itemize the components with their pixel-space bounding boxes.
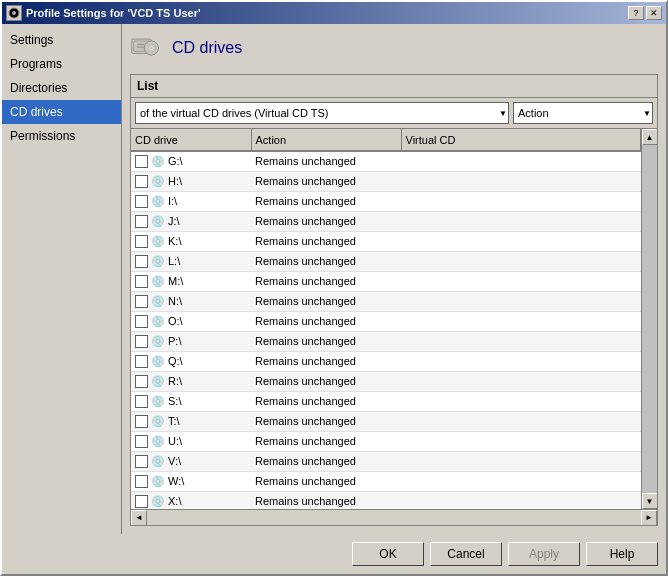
table-scroll-area[interactable]: CD drive Action Virtual CD 💿G:\Remains u… [131, 129, 641, 509]
apply-button[interactable]: Apply [508, 542, 580, 566]
table-row[interactable]: 💿M:\Remains unchanged [131, 271, 641, 291]
cell-cd-drive: 💿S:\ [131, 391, 251, 411]
sidebar-item-permissions[interactable]: Permissions [2, 124, 121, 148]
window-body: Settings Programs Directories CD drives … [2, 24, 666, 534]
drive-icon: 💿 [151, 395, 165, 408]
row-checkbox[interactable] [135, 355, 148, 368]
drive-icon: 💿 [151, 275, 165, 288]
table-row[interactable]: 💿L:\Remains unchanged [131, 251, 641, 271]
window-icon [6, 5, 22, 21]
sidebar-item-settings[interactable]: Settings [2, 28, 121, 52]
table-row[interactable]: 💿W:\Remains unchanged [131, 471, 641, 491]
cell-action: Remains unchanged [251, 371, 401, 391]
filter-dropdown[interactable]: of the virtual CD drives (Virtual CD TS) [135, 102, 509, 124]
row-checkbox[interactable] [135, 155, 148, 168]
cell-action: Remains unchanged [251, 451, 401, 471]
cell-virtual-cd [401, 211, 641, 231]
row-checkbox[interactable] [135, 315, 148, 328]
cell-cd-drive: 💿I:\ [131, 191, 251, 211]
sidebar-item-programs[interactable]: Programs [2, 52, 121, 76]
drive-icon: 💿 [151, 315, 165, 328]
action-dropdown[interactable]: Action [513, 102, 653, 124]
table-row[interactable]: 💿O:\Remains unchanged [131, 311, 641, 331]
cell-action: Remains unchanged [251, 191, 401, 211]
cell-cd-drive: 💿J:\ [131, 211, 251, 231]
row-checkbox[interactable] [135, 335, 148, 348]
row-checkbox[interactable] [135, 495, 148, 508]
cell-virtual-cd [401, 471, 641, 491]
scroll-up-button[interactable]: ▲ [642, 129, 658, 145]
row-checkbox[interactable] [135, 235, 148, 248]
row-checkbox[interactable] [135, 435, 148, 448]
row-checkbox[interactable] [135, 415, 148, 428]
cell-virtual-cd [401, 191, 641, 211]
scroll-right-button[interactable]: ► [641, 510, 657, 526]
row-checkbox[interactable] [135, 395, 148, 408]
cell-cd-drive: 💿L:\ [131, 251, 251, 271]
row-checkbox[interactable] [135, 475, 148, 488]
table-row[interactable]: 💿U:\Remains unchanged [131, 431, 641, 451]
main-content: CD drives List of the virtual CD drives … [122, 24, 666, 534]
table-row[interactable]: 💿I:\Remains unchanged [131, 191, 641, 211]
cell-virtual-cd [401, 351, 641, 371]
table-row[interactable]: 💿S:\Remains unchanged [131, 391, 641, 411]
help-title-button[interactable]: ? [628, 6, 644, 20]
drive-table: CD drive Action Virtual CD 💿G:\Remains u… [131, 129, 641, 509]
window-title: Profile Settings for 'VCD TS User' [26, 7, 201, 19]
sidebar-item-directories[interactable]: Directories [2, 76, 121, 100]
cell-action: Remains unchanged [251, 291, 401, 311]
cell-action: Remains unchanged [251, 351, 401, 371]
cell-virtual-cd [401, 231, 641, 251]
vertical-scrollbar[interactable]: ▲ ▼ [641, 129, 657, 509]
cell-action: Remains unchanged [251, 271, 401, 291]
table-row[interactable]: 💿N:\Remains unchanged [131, 291, 641, 311]
table-row[interactable]: 💿R:\Remains unchanged [131, 371, 641, 391]
cancel-button[interactable]: Cancel [430, 542, 502, 566]
help-button[interactable]: Help [586, 542, 658, 566]
cell-virtual-cd [401, 251, 641, 271]
scroll-track[interactable] [642, 145, 657, 493]
filter-dropdown-wrapper: of the virtual CD drives (Virtual CD TS)… [135, 102, 509, 124]
horizontal-scrollbar[interactable]: ◄ ► [131, 509, 657, 525]
table-row[interactable]: 💿J:\Remains unchanged [131, 211, 641, 231]
scroll-down-button[interactable]: ▼ [642, 493, 658, 509]
row-checkbox[interactable] [135, 255, 148, 268]
table-row[interactable]: 💿Q:\Remains unchanged [131, 351, 641, 371]
svg-point-6 [150, 47, 152, 49]
table-row[interactable]: 💿P:\Remains unchanged [131, 331, 641, 351]
ok-button[interactable]: OK [352, 542, 424, 566]
cell-cd-drive: 💿V:\ [131, 451, 251, 471]
table-row[interactable]: 💿K:\Remains unchanged [131, 231, 641, 251]
drive-icon: 💿 [151, 475, 165, 488]
cell-cd-drive: 💿P:\ [131, 331, 251, 351]
page-header: CD drives [130, 32, 658, 64]
row-checkbox[interactable] [135, 275, 148, 288]
table-row[interactable]: 💿T:\Remains unchanged [131, 411, 641, 431]
close-title-button[interactable]: ✕ [646, 6, 662, 20]
table-row[interactable]: 💿H:\Remains unchanged [131, 171, 641, 191]
scroll-left-button[interactable]: ◄ [131, 510, 147, 526]
row-checkbox[interactable] [135, 455, 148, 468]
row-checkbox[interactable] [135, 195, 148, 208]
row-checkbox[interactable] [135, 295, 148, 308]
cd-drives-icon [130, 32, 162, 64]
sidebar-item-cd-drives[interactable]: CD drives [2, 100, 121, 124]
cell-virtual-cd [401, 311, 641, 331]
cell-action: Remains unchanged [251, 151, 401, 171]
cell-cd-drive: 💿N:\ [131, 291, 251, 311]
row-checkbox[interactable] [135, 375, 148, 388]
table-row[interactable]: 💿V:\Remains unchanged [131, 451, 641, 471]
cell-virtual-cd [401, 451, 641, 471]
cell-cd-drive: 💿T:\ [131, 411, 251, 431]
table-row[interactable]: 💿X:\Remains unchanged [131, 491, 641, 509]
cell-virtual-cd [401, 391, 641, 411]
table-row[interactable]: 💿G:\Remains unchanged [131, 151, 641, 171]
action-dropdown-wrapper: Action ▼ [513, 102, 653, 124]
row-checkbox[interactable] [135, 215, 148, 228]
drive-icon: 💿 [151, 355, 165, 368]
title-bar: Profile Settings for 'VCD TS User' ? ✕ [2, 2, 666, 24]
h-scroll-track[interactable] [147, 510, 641, 526]
row-checkbox[interactable] [135, 175, 148, 188]
cell-virtual-cd [401, 171, 641, 191]
drive-icon: 💿 [151, 175, 165, 188]
